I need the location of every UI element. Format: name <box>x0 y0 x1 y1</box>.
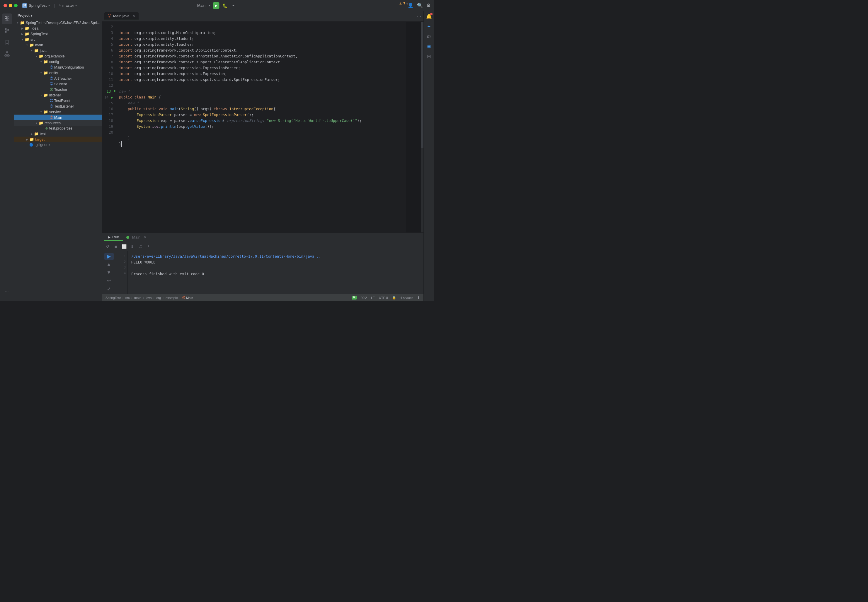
tree-item-teacher[interactable]: Ⓘ Teacher <box>14 87 102 92</box>
breadcrumb-springtest[interactable]: SpringTest <box>106 296 121 299</box>
java-class-icon: Ⓒ <box>50 82 53 86</box>
tree-item-testevent[interactable]: Ⓒ TestEvent <box>14 98 102 103</box>
upload-icon[interactable]: ⬆ <box>417 296 420 299</box>
svg-rect-3 <box>7 19 9 21</box>
tree-item-springtest[interactable]: ▶ 📁 SpringTest <box>14 31 102 37</box>
breadcrumb-src[interactable]: src <box>126 296 130 299</box>
tree-item-springtest-root[interactable]: ▾ 📁 SpringTest ~/Desktop/CS/JavaEE/2 Jav… <box>14 20 102 26</box>
vim-icon: V <box>352 296 357 299</box>
copilot-icon[interactable]: ◉ <box>427 43 431 49</box>
markdown-icon[interactable]: m <box>427 34 431 39</box>
scroll-up-icon[interactable]: ▲ <box>104 261 114 268</box>
ai-assistant-icon[interactable]: ✦ <box>427 24 431 29</box>
cursor-position[interactable]: 20:2 <box>361 296 367 299</box>
debug-button[interactable]: 🐛 <box>222 2 228 9</box>
code-line-5: import org.example.entity.Teacher; <box>119 41 406 48</box>
line-number: 5 <box>102 41 113 48</box>
code-editor[interactable]: 2 3 4 5 6 7 8 9 10 11 12 13 ▶ 14 ▶ 15 <box>102 22 423 232</box>
tree-item-main[interactable]: ▾ 📁 main <box>14 42 102 48</box>
tree-toggle-icon: ▾ <box>39 111 43 114</box>
tree-item-config[interactable]: ▾ 📁 config <box>14 59 102 64</box>
rerun-button[interactable]: ↺ <box>104 243 111 250</box>
tree-toggle-icon: ▾ <box>15 22 20 24</box>
tree-item-student[interactable]: Ⓒ Student <box>14 81 102 87</box>
target-folder-icon: 📁 <box>29 137 34 141</box>
minimize-button[interactable] <box>9 4 12 7</box>
indent-settings[interactable]: 4 spaces <box>400 296 413 299</box>
breadcrumb-java[interactable]: java <box>146 296 152 299</box>
tree-item-resources[interactable]: ▾ 📁 resources <box>14 120 102 126</box>
settings-icon[interactable]: ⚙ <box>426 3 431 8</box>
encoding[interactable]: UTF-8 <box>379 296 388 299</box>
tree-item-java[interactable]: ▾ 📁 java <box>14 48 102 53</box>
project-name: SpringTest <box>29 3 47 8</box>
sidebar-title: Project <box>18 14 29 18</box>
console-tab-close-icon[interactable]: ✕ <box>144 235 147 239</box>
folder-icon: 📁 <box>25 37 29 41</box>
tree-item-main-java[interactable]: Ⓒ Main <box>14 115 102 120</box>
line-endings[interactable]: LF <box>371 296 375 299</box>
more-options-button[interactable]: ⋮ <box>145 243 152 250</box>
bottom-tab-run[interactable]: ▶ Run <box>104 233 123 241</box>
tree-label: Student <box>54 82 67 86</box>
stop-button[interactable]: ■ <box>112 243 119 250</box>
restore-button[interactable]: ⬜ <box>121 243 127 250</box>
tree-item-mainconfiguration[interactable]: Ⓒ MainConfiguration <box>14 64 102 70</box>
activity-bookmarks-icon[interactable] <box>2 37 12 48</box>
bottom-tab-main[interactable]: Main ✕ <box>123 234 150 241</box>
bottom-panel: ▶ Run Main ✕ ↺ ■ ⬜ ⬇ 🖨 ⋮ <box>102 232 423 294</box>
scroll-end-button[interactable]: ⬇ <box>129 243 135 250</box>
tree-toggle-icon: ▶ <box>25 138 29 141</box>
search-icon[interactable]: 🔍 <box>417 3 423 8</box>
tree-item-org-example[interactable]: ▾ 📁 org.example <box>14 53 102 59</box>
right-gutter: 🔔 ✦ m ◉ ⊞ <box>423 11 434 301</box>
run-panel-icon[interactable]: ▶ <box>104 253 114 260</box>
run-button[interactable]: ▶ <box>213 2 219 9</box>
activity-project-icon[interactable] <box>2 14 12 24</box>
tree-item-testlistener[interactable]: Ⓒ TestListener <box>14 103 102 109</box>
tree-item-service[interactable]: ▾ 📁 service <box>14 109 102 115</box>
java-class-icon: Ⓒ <box>50 98 53 103</box>
activity-more-icon[interactable]: ··· <box>2 286 12 296</box>
tree-item-idea[interactable]: ▶ 📁 .idea <box>14 26 102 31</box>
main-tab-label: Main <box>132 235 140 240</box>
code-line-6: import org.springframework.context.Appli… <box>119 48 406 53</box>
tree-item-listener[interactable]: ▾ 📁 listener <box>14 92 102 98</box>
folder-icon: 📁 <box>43 60 48 64</box>
console-line-4: Process finished with exit code 0 <box>131 271 420 277</box>
expand-icon[interactable]: ⤢ <box>104 285 114 292</box>
tree-item-entity[interactable]: ▾ 📁 entity <box>14 70 102 75</box>
tab-close-icon[interactable]: ✕ <box>132 14 135 18</box>
tree-toggle-icon: ▾ <box>34 121 39 124</box>
tree-item-test-properties[interactable]: ⚙ test.properties <box>14 126 102 131</box>
breadcrumb-main-java[interactable]: ⒸMain <box>182 296 193 300</box>
tree-item-gitignore[interactable]: 🔵 .gitignore <box>14 142 102 147</box>
breadcrumb-main[interactable]: main <box>134 296 141 299</box>
tree-item-test[interactable]: ▶ 📁 test <box>14 131 102 137</box>
activity-vcs-icon[interactable] <box>2 25 12 36</box>
branch-selector[interactable]: ⑂ master ▾ <box>59 3 77 8</box>
notifications-icon[interactable]: 🔔 <box>426 14 432 19</box>
tree-label: entity <box>49 71 58 75</box>
project-selector[interactable]: ST SpringTest ▾ <box>22 3 50 8</box>
breadcrumb-org[interactable]: org <box>156 296 161 299</box>
tree-item-artteacher[interactable]: Ⓒ ArtTeacher <box>14 75 102 81</box>
more-actions-button[interactable]: ⋯ <box>230 2 237 9</box>
maximize-button[interactable] <box>14 4 18 7</box>
run-status-dot <box>126 236 129 239</box>
tree-item-src[interactable]: ▾ 📁 src <box>14 37 102 42</box>
folder-icon: 📁 <box>39 54 43 58</box>
folder-icon: 📁 <box>43 71 48 75</box>
tree-item-target[interactable]: ▶ 📁 target <box>14 137 102 142</box>
wrap-icon[interactable]: ↩ <box>104 277 114 284</box>
code-content[interactable]: import org.example.config.MainConfigurat… <box>117 22 406 232</box>
scroll-down-icon[interactable]: ▼ <box>104 269 114 276</box>
activity-structure-icon[interactable] <box>2 49 12 59</box>
console-line-3 <box>131 265 420 271</box>
editor-tab-main[interactable]: Ⓒ Main.java ✕ <box>104 12 139 20</box>
breadcrumb-example[interactable]: example <box>166 296 178 299</box>
plugin-icon[interactable]: ⊞ <box>427 54 431 59</box>
editor-more-icon[interactable]: ⋯ <box>417 14 421 19</box>
print-button[interactable]: 🖨 <box>137 243 144 250</box>
close-button[interactable] <box>3 4 7 7</box>
